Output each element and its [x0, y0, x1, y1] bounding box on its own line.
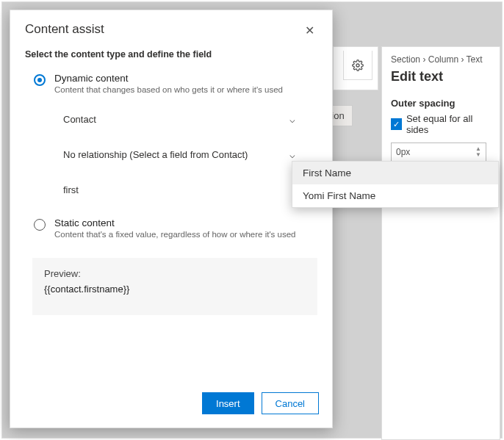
dynamic-content-title: Dynamic content: [54, 73, 283, 84]
panel-title: Edit text: [391, 69, 491, 84]
preview-value: {{contact.firstname}}: [44, 284, 306, 295]
relationship-select-value: No relationship (Select a field from Con…: [63, 149, 248, 160]
checkbox-label: Set equal for all sides: [406, 113, 491, 135]
preview-label: Preview:: [44, 268, 306, 279]
settings-button[interactable]: [343, 51, 372, 80]
preview-box: Preview: {{contact.firstname}}: [32, 258, 317, 315]
static-content-desc: Content that's a fixed value, regardless…: [54, 230, 296, 239]
autocomplete-item[interactable]: Yomi First Name: [292, 184, 498, 207]
field-search-value: first: [63, 184, 79, 195]
dynamic-content-option[interactable]: Dynamic content Content that changes bas…: [10, 70, 332, 101]
check-icon: ✓: [391, 118, 402, 130]
spacing-value: 0px: [396, 147, 410, 157]
svg-point-0: [356, 64, 359, 67]
radio-dynamic[interactable]: [34, 74, 46, 86]
breadcrumb-item[interactable]: Column: [428, 54, 458, 65]
properties-panel: Section › Column › Text Edit text Outer …: [381, 46, 500, 440]
entity-select-value: Contact: [63, 114, 96, 125]
radio-static[interactable]: [34, 219, 46, 231]
dialog-subtitle: Select the content type and define the f…: [10, 42, 332, 70]
stepper-icon[interactable]: ▲▼: [475, 146, 481, 158]
insert-button[interactable]: Insert: [202, 392, 254, 414]
close-icon[interactable]: ✕: [302, 22, 317, 39]
breadcrumb-item[interactable]: Section: [391, 54, 420, 65]
field-search-input[interactable]: first: [57, 176, 301, 203]
static-content-option[interactable]: Static content Content that's a fixed va…: [10, 207, 332, 246]
app-frame: zation Section › Column › Text Edit text…: [1, 1, 503, 439]
spacing-input[interactable]: 0px ▲▼: [391, 143, 486, 162]
dynamic-content-desc: Content that changes based on who gets i…: [54, 85, 283, 94]
breadcrumb: Section › Column › Text: [391, 54, 491, 65]
cancel-button[interactable]: Cancel: [262, 392, 319, 414]
static-content-title: Static content: [54, 217, 296, 228]
relationship-select[interactable]: No relationship (Select a field from Con…: [57, 141, 301, 167]
set-equal-checkbox-row[interactable]: ✓ Set equal for all sides: [391, 113, 491, 135]
entity-select[interactable]: Contact ⌵: [57, 106, 301, 132]
chevron-down-icon: ⌵: [289, 149, 295, 160]
dialog-title: Content assist: [25, 22, 104, 37]
outer-spacing-heading: Outer spacing: [391, 98, 491, 109]
content-assist-dialog: Content assist ✕ Select the content type…: [10, 10, 333, 428]
field-autocomplete-dropdown: First Name Yomi First Name: [292, 161, 499, 208]
breadcrumb-item[interactable]: Text: [467, 54, 483, 65]
chevron-down-icon: ⌵: [289, 114, 295, 125]
autocomplete-item[interactable]: First Name: [292, 162, 498, 184]
